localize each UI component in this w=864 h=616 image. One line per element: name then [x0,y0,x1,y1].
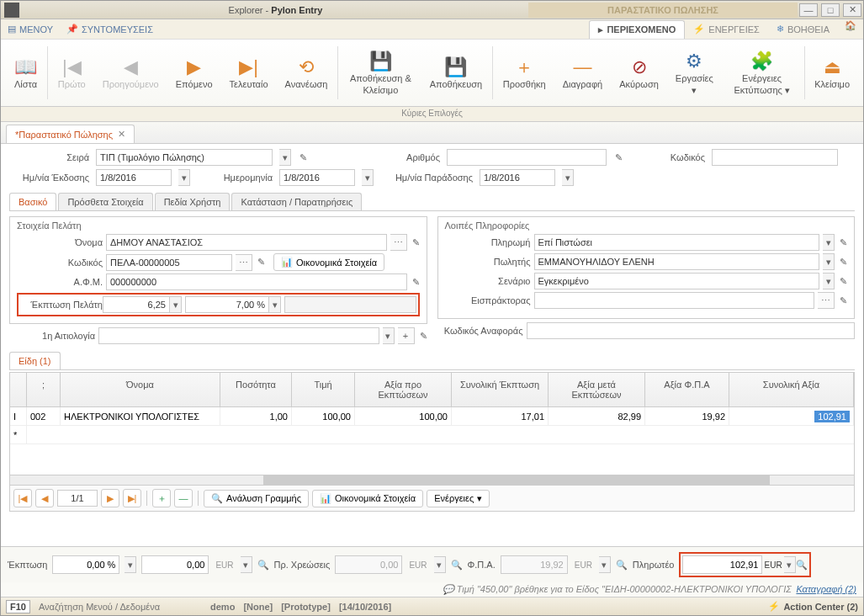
cell-qty[interactable]: 1,00 [220,407,292,425]
reason-input[interactable] [98,327,379,344]
date-dropdown[interactable]: ▾ [362,169,374,186]
series-input[interactable] [96,149,273,166]
list-button[interactable]: 📖Λίστα [6,43,45,103]
cell-name[interactable]: ΗΛΕΚΤΡΟΝΙΚΟΙ ΥΠΟΛΟΓΙΣΤΕΣ [61,407,220,425]
subtab-basic[interactable]: Βασικό [9,193,56,210]
f10-badge[interactable]: F10 [6,600,30,613]
financial-data-button[interactable]: 📊Οικονομικά Στοιχεία [273,253,384,271]
financial-button[interactable]: 📊Οικονομικά Στοιχεία [312,490,423,507]
disc2-dropdown[interactable]: ▾ [269,296,281,313]
tab-actions[interactable]: ⚡ ΕΝΕΡΓΕΙΕΣ [685,20,768,39]
add-icon[interactable]: + [398,327,415,344]
pin-icon[interactable]: ✎ [840,295,847,306]
works-button[interactable]: ⚙Εργασίες ▾ [667,43,722,103]
tot-disc-amt[interactable] [141,555,209,574]
pin-icon[interactable]: ✎ [840,257,847,268]
cell-post[interactable]: 82,99 [549,407,645,425]
vat-col[interactable]: Αξία Φ.Π.Α [645,373,729,406]
issue-date-dropdown[interactable]: ▾ [178,169,190,186]
log-link[interactable]: Καταγραφή (2) [796,584,856,594]
payment-dropdown[interactable]: ▾ [823,234,835,251]
last-button[interactable]: ▶|Τελευταίο [221,43,277,103]
pin-icon[interactable]: ✎ [299,152,307,163]
minimize-button[interactable]: — [799,3,818,17]
payment-input[interactable] [534,234,820,251]
action-center[interactable]: ⚡ Action Center (2) [768,601,858,612]
pin-icon[interactable]: ✎ [615,152,623,163]
disc-col[interactable]: Συνολική Έκπτωση [452,373,549,406]
cell-pre[interactable]: 100,00 [355,407,452,425]
search-icon[interactable]: 🔍 [451,560,463,571]
cell-vat[interactable]: 19,92 [645,407,729,425]
reason-dropdown[interactable]: ▾ [383,327,395,344]
name-col[interactable]: Όνομα [61,373,220,406]
home-icon[interactable]: 🏠 [845,20,856,39]
prev-button[interactable]: ◀Προηγούμενο [94,43,167,103]
tot-disc-pct[interactable] [52,555,119,574]
actions-button[interactable]: Ενέργειες ▾ [427,490,490,507]
cust-disc1-input[interactable] [103,296,170,313]
print-actions-button[interactable]: 🧩Ενέργειες Εκτύπωσης ▾ [722,43,803,103]
table-row[interactable]: I 002 ΗΛΕΚΤΡΟΝΙΚΟΙ ΥΠΟΛΟΓΙΣΤΕΣ 1,00 100,… [10,407,854,426]
refcode-input[interactable] [527,322,856,339]
cell-disc[interactable]: 17,01 [452,407,549,425]
payable-dd[interactable]: ▾ [784,556,796,573]
disc1-dropdown[interactable]: ▾ [170,296,182,313]
prev-dd[interactable]: ▾ [434,556,446,573]
document-tab[interactable]: *Παραστατικό Πώλησης ✕ [6,125,135,143]
subtab-userfields[interactable]: Πεδία Χρήστη [155,193,231,210]
series-dropdown[interactable]: ▾ [279,149,291,166]
status-search[interactable]: Αναζήτηση Μενού / Δεδομένα [39,602,160,612]
number-input[interactable] [447,149,607,166]
shortcuts-button[interactable]: 📌 ΣΥΝΤΟΜΕΥΣΕΙΣ [66,24,153,35]
cell-code[interactable]: 002 [27,407,61,425]
seller-dropdown[interactable]: ▾ [823,253,835,270]
pin-icon[interactable]: ✎ [840,276,847,287]
issue-date-input[interactable] [96,169,172,186]
maximize-button[interactable]: □ [821,3,840,17]
remove-row-button[interactable]: — [174,489,193,507]
nav-next-button[interactable]: ▶ [101,489,119,507]
lookup-icon[interactable]: ⋯ [390,234,407,251]
pin-icon[interactable]: ✎ [840,237,847,248]
lookup-icon[interactable]: ⋯ [818,292,835,309]
search-icon[interactable]: 🔍 [257,560,269,571]
lookup-icon[interactable]: ⋯ [236,254,252,271]
code-col[interactable]: ; [27,373,61,406]
new-row[interactable]: * [10,426,854,444]
tab-help[interactable]: ❄ ΒΟΗΘΕΙΑ [768,20,838,39]
code-input[interactable] [712,149,838,166]
total-col[interactable]: Συνολική Αξία [729,373,854,406]
save-button[interactable]: 💾Αποθήκευση [421,43,490,103]
pin-icon[interactable]: ✎ [412,277,420,288]
afm-input[interactable] [106,273,407,290]
cust-name-input[interactable] [106,234,387,251]
next-button[interactable]: ▶Επόμενο [167,43,221,103]
cell-price[interactable]: 100,00 [292,407,355,425]
tab-content[interactable]: ▸ ΠΕΡΙΕΧΟΜΕΝΟ [589,20,685,39]
delete-button[interactable]: —Διαγραφή [554,43,612,103]
nav-last-button[interactable]: ▶| [123,489,141,507]
items-tab[interactable]: Είδη (1) [9,352,61,369]
cust-code-input[interactable] [106,254,232,271]
horizontal-scrollbar[interactable] [10,475,854,485]
add-button[interactable]: ＋Προσθήκη [495,43,554,103]
post-col[interactable]: Αξία μετά Εκπτώσεων [549,373,645,406]
close-button[interactable]: ⏏Κλείσιμο [806,43,858,103]
seller-input[interactable] [534,253,820,270]
date-input[interactable] [279,169,355,186]
cancel-button[interactable]: ⊘Ακύρωση [611,43,667,103]
cell-total[interactable]: 102,91 [729,407,854,425]
close-tab-icon[interactable]: ✕ [118,129,125,140]
delivery-date-dropdown[interactable]: ▾ [562,169,574,186]
nav-first-button[interactable]: |◀ [13,489,32,507]
disc-pct-dd[interactable]: ▾ [125,556,136,573]
menu-button[interactable]: ▤ ΜΕΝΟΥ [8,24,53,35]
analyze-line-button[interactable]: 🔍Ανάλυση Γραμμής [204,490,309,507]
delivery-date-input[interactable] [480,169,555,186]
scenario-input[interactable] [534,273,820,289]
search-icon[interactable]: 🔍 [616,560,628,571]
subtab-extra[interactable]: Πρόσθετα Στοιχεία [58,193,152,210]
save-close-button[interactable]: 💾Αποθήκευση & Κλείσιμο [340,43,421,103]
refresh-button[interactable]: ⟲Ανανέωση [277,43,337,103]
